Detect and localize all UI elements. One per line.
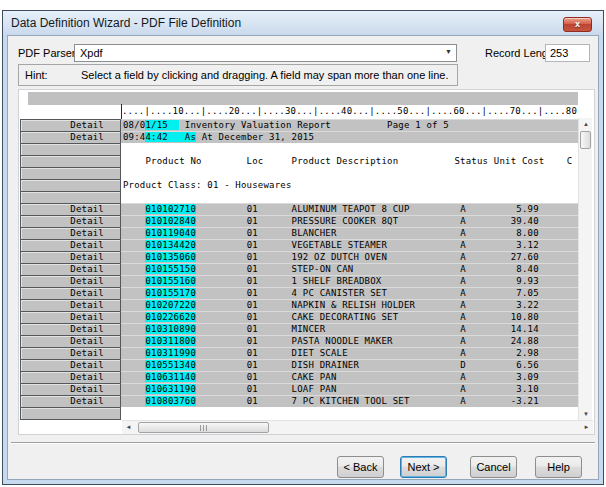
grid-row[interactable]: Detail 010803760 01 7 PC KITCHEN TOOL SE… xyxy=(20,395,593,407)
row-text[interactable]: Product Class: 01 - Housewares xyxy=(121,179,579,191)
grid-header-strip xyxy=(28,92,578,105)
grid-row[interactable]: Detail 010551340 01 DISH DRAINER D 6.56 xyxy=(20,359,593,371)
grid-row[interactable]: Detail 010155150 01 STEP-ON CAN A 8.40 xyxy=(20,263,593,275)
selected-field-highlight: 010631140 xyxy=(145,372,196,382)
triangle-up-icon: ▲ xyxy=(583,121,589,127)
close-button[interactable]: x xyxy=(563,17,592,32)
scroll-right-button[interactable]: ► xyxy=(580,421,593,434)
cancel-button[interactable]: Cancel xyxy=(470,456,517,478)
triangle-left-icon: ◄ xyxy=(126,424,132,430)
pdf-preview-grid[interactable]: ....|....10...|....20...|....30...|....4… xyxy=(18,89,595,435)
row-text[interactable]: 010102840 01 PRESSURE COOKER 8QT A 39.40 xyxy=(121,215,579,227)
grid-row[interactable]: Detail 010311990 01 DIET SCALE A 2.98 xyxy=(20,347,593,359)
grid-row[interactable]: Detail 010102710 01 ALUMINUM TEAPOT 8 CU… xyxy=(20,203,593,215)
row-label[interactable] xyxy=(20,407,121,420)
next-button[interactable]: Next > xyxy=(400,456,447,478)
grid-row[interactable]: Detail08/01/15 Inventory Valuation Repor… xyxy=(20,119,593,131)
horizontal-scrollbar[interactable]: ◄ ► xyxy=(122,420,593,434)
row-text[interactable]: 010155150 01 STEP-ON CAN A 8.40 xyxy=(121,263,579,275)
grid-row[interactable]: Detail 010155160 01 1 SHELF BREADBOX A 9… xyxy=(20,275,593,287)
grid-row[interactable]: Detail 010119040 01 BLANCHER A 8.00 xyxy=(20,227,593,239)
selected-field-highlight: 010155160 xyxy=(145,276,196,286)
row-text[interactable]: 010155160 01 1 SHELF BREADBOX A 9.93 xyxy=(121,275,579,287)
grid-row[interactable] xyxy=(20,407,593,419)
selected-field-highlight: 010102710 xyxy=(145,204,196,214)
row-text[interactable]: 010102710 01 ALUMINUM TEAPOT 8 CUP A 5.9… xyxy=(121,203,579,215)
grid-row[interactable] xyxy=(20,167,593,179)
scrollbar-grip-icon xyxy=(200,425,208,431)
selected-field-highlight: 010310890 xyxy=(145,324,196,334)
scroll-left-button[interactable]: ◄ xyxy=(122,421,135,434)
scroll-up-button[interactable]: ▲ xyxy=(579,118,593,130)
dialog-window: Data Definition Wizard - PDF File Defini… xyxy=(2,10,604,485)
row-text[interactable]: 010803760 01 7 PC KITCHEN TOOL SET A -3.… xyxy=(121,395,579,407)
row-text[interactable] xyxy=(121,191,579,203)
pdf-parser-value: Xpdf xyxy=(80,47,103,59)
grid-row[interactable]: Detail 010155170 01 4 PC CANISTER SET A … xyxy=(20,287,593,299)
row-text[interactable]: 010226620 01 CAKE DECORATING SET A 10.80 xyxy=(121,311,579,323)
row-text[interactable]: 010207220 01 NAPKIN & RELISH HOLDER A 3.… xyxy=(121,299,579,311)
grid-row[interactable]: Product Class: 01 - Housewares xyxy=(20,179,593,191)
selected-field-highlight: 010631190 xyxy=(145,384,196,394)
scroll-down-button[interactable]: ▼ xyxy=(579,408,593,420)
row-text[interactable]: 010551340 01 DISH DRAINER D 6.56 xyxy=(121,359,579,371)
row-text[interactable]: 010311800 01 PASTA NOODLE MAKER A 24.88 xyxy=(121,335,579,347)
selected-field-highlight: 4:42 As xyxy=(145,132,196,142)
grid-row[interactable]: Detail 010631190 01 LOAF PAN A 3.10 xyxy=(20,383,593,395)
help-button[interactable]: Help xyxy=(535,456,582,478)
grid-row[interactable]: Detail 010310890 01 MINCER A 14.14 xyxy=(20,323,593,335)
column-ruler: ....|....10...|....20...|....30...|....4… xyxy=(122,105,578,118)
grid-row[interactable]: Detail 010102840 01 PRESSURE COOKER 8QT … xyxy=(20,215,593,227)
vertical-scrollbar-thumb[interactable] xyxy=(580,131,591,149)
close-icon: x xyxy=(564,18,591,31)
hint-label: Hint: xyxy=(25,69,48,81)
window-title: Data Definition Wizard - PDF File Defini… xyxy=(11,16,241,30)
selected-field-highlight: 010155170 xyxy=(145,288,196,298)
selected-field-highlight: 010551340 xyxy=(145,360,196,370)
divider xyxy=(11,442,595,444)
row-text[interactable]: 010631140 01 CAKE PAN A 3.09 xyxy=(121,371,579,383)
grid-row[interactable]: Detail 010226620 01 CAKE DECORATING SET … xyxy=(20,311,593,323)
pdf-parser-label: PDF Parser xyxy=(18,47,75,59)
selected-field-highlight: 010207220 xyxy=(145,300,196,310)
hint-box: Hint: Select a field by clicking and dra… xyxy=(18,64,458,86)
hint-text: Select a field by clicking and dragging.… xyxy=(81,69,449,81)
grid-row[interactable]: Detail 010207220 01 NAPKIN & RELISH HOLD… xyxy=(20,299,593,311)
row-text[interactable]: 010119040 01 BLANCHER A 8.00 xyxy=(121,227,579,239)
grid-row[interactable]: Detail 010311800 01 PASTA NOODLE MAKER A… xyxy=(20,335,593,347)
grid-row[interactable]: Product No Loc Product Description Statu… xyxy=(20,155,593,167)
row-text[interactable]: 09:44:42 As At December 31, 2015 xyxy=(121,131,579,143)
row-text[interactable] xyxy=(121,407,579,419)
grid-row[interactable] xyxy=(20,191,593,203)
selected-field-highlight: 1/15 xyxy=(145,120,179,130)
row-text[interactable]: Product No Loc Product Description Statu… xyxy=(121,155,579,167)
row-text[interactable]: 010135060 01 192 OZ DUTCH OVEN A 27.60 xyxy=(121,251,579,263)
row-text[interactable]: 010631190 01 LOAF PAN A 3.10 xyxy=(121,383,579,395)
selected-field-highlight: 010119040 xyxy=(145,228,196,238)
selected-field-highlight: 010803760 xyxy=(145,396,196,406)
pdf-parser-select[interactable]: Xpdf ▼ xyxy=(74,44,457,62)
row-text[interactable] xyxy=(121,167,579,179)
vertical-scrollbar[interactable]: ▲ ▼ xyxy=(578,118,592,420)
grid-row[interactable]: Detail 010631140 01 CAKE PAN A 3.09 xyxy=(20,371,593,383)
grid-rows: Detail08/01/15 Inventory Valuation Repor… xyxy=(20,119,593,419)
grid-row[interactable]: Detail 010135060 01 192 OZ DUTCH OVEN A … xyxy=(20,251,593,263)
horizontal-scrollbar-thumb[interactable] xyxy=(138,422,269,433)
row-text[interactable] xyxy=(121,143,579,155)
row-text[interactable]: 010134420 01 VEGETABLE STEAMER A 3.12 xyxy=(121,239,579,251)
label-column-divider xyxy=(121,104,122,120)
back-button[interactable]: < Back xyxy=(337,456,384,478)
grid-row[interactable]: Detail 010134420 01 VEGETABLE STEAMER A … xyxy=(20,239,593,251)
selected-field-highlight: 010311800 xyxy=(145,336,196,346)
title-bar[interactable]: Data Definition Wizard - PDF File Defini… xyxy=(3,11,603,35)
record-length-input[interactable]: 253 xyxy=(545,44,590,62)
row-text[interactable]: 08/01/15 Inventory Valuation Report Page… xyxy=(121,119,579,131)
row-text[interactable]: 010155170 01 4 PC CANISTER SET A 7.05 xyxy=(121,287,579,299)
row-text[interactable]: 010310890 01 MINCER A 14.14 xyxy=(121,323,579,335)
grid-row[interactable] xyxy=(20,143,593,155)
row-text[interactable]: 010311990 01 DIET SCALE A 2.98 xyxy=(121,347,579,359)
selected-field-highlight: 010102840 xyxy=(145,216,196,226)
grid-row[interactable]: Detail09:44:42 As At December 31, 2015 xyxy=(20,131,593,143)
chevron-down-icon: ▼ xyxy=(445,48,452,55)
selected-field-highlight: 010311990 xyxy=(145,348,196,358)
